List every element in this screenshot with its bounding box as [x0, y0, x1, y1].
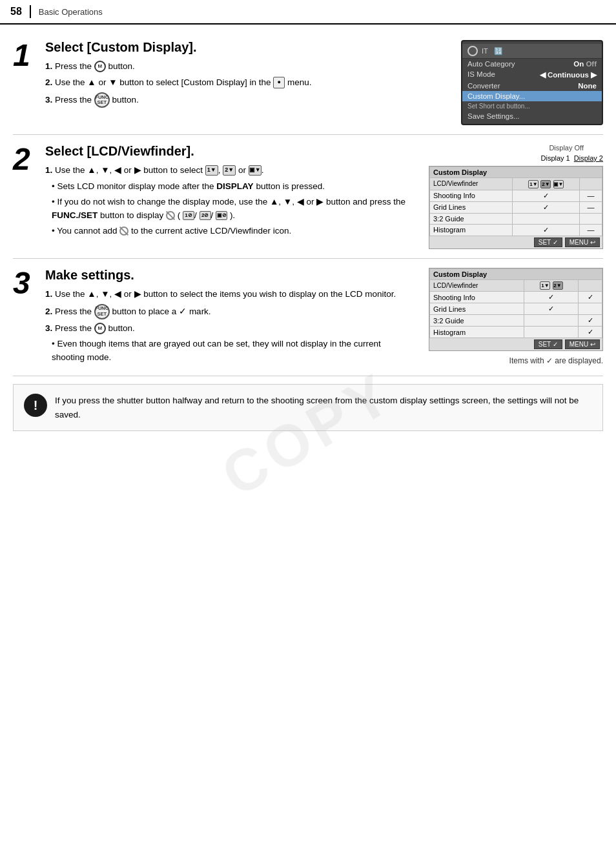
cam-row-autocategory: Auto Category On Off: [462, 59, 602, 69]
step-2-bullet-3: • You cannot add to the current active L…: [52, 225, 416, 238]
lcd-footer-2: SET ✓ MENU ↩: [429, 236, 602, 248]
lcd3-title: Custom Display: [430, 268, 602, 279]
main-content: 1 Select [Custom Display]. 1. Press the …: [0, 25, 616, 438]
arrow-right-2: [134, 165, 141, 175]
arrow-up-2: [87, 165, 96, 175]
arrow-down-icon: [108, 77, 117, 87]
cam-row-ismode: IS Mode ◀ Continuous ▶: [462, 69, 602, 81]
lcd-no-3: ▣⊘: [216, 211, 227, 220]
step-3-instructions: 1. Use the , , or button to select the i…: [45, 288, 416, 365]
display-tab-2: Display 2: [574, 154, 603, 162]
cam-menu-icons: IT 🔢: [482, 47, 503, 56]
step-3-title: Make settings.: [45, 268, 416, 283]
step-3-content: Make settings. 1. Use the , , or button …: [45, 268, 416, 367]
step-1-number: 1: [13, 40, 39, 71]
cam-row-setshortcut: Set Short cut button...: [462, 101, 602, 111]
note-text: If you press the shutter button halfway …: [55, 394, 592, 421]
step-3-right: Custom Display LCD/Viewfinder 1▼ 2▼: [422, 268, 603, 366]
lcd-no-1: 1⊘: [183, 211, 194, 220]
lcd-table-3: Custom Display LCD/Viewfinder 1▼ 2▼: [429, 268, 602, 339]
step-1-instr-2: 2. Use the or button to select [Custom D…: [45, 76, 409, 90]
arrow-left-2: [114, 165, 121, 175]
no-icon-2: [119, 227, 128, 236]
lcd-row-grid: Grid Lines ✓ —: [430, 201, 602, 213]
lcd3-icons: 1▼ 2▼: [524, 279, 579, 292]
page-number: 58: [10, 6, 22, 17]
arrow-up-3: [270, 197, 278, 207]
step-2-bullet-2: • If you do not wish to change the displ…: [52, 196, 416, 223]
step-2-content: Select [LCD/Viewfinder]. 1. Use the , , …: [45, 144, 416, 240]
set-button-2[interactable]: SET ✓: [534, 237, 562, 247]
step-3-bullet-1: • Even though items that are grayed out …: [52, 338, 416, 365]
display-tabs-row: Display 1 Display 2: [541, 154, 604, 162]
header-title: Basic Operations: [39, 7, 103, 17]
no-icon: [166, 211, 175, 220]
dot-box-icon: ●: [273, 77, 285, 88]
step-2-title: Select [LCD/Viewfinder].: [45, 144, 416, 159]
arrow-up-icon: [87, 77, 96, 87]
lcd3-row-guide: 3:2 Guide ✓: [430, 315, 602, 327]
step-1-right: IT 🔢 Auto Category On Off IS Mode ◀ Cont…: [416, 40, 603, 125]
arrow-left-3: [297, 197, 304, 207]
step-1-instr-3: 3. Press the FUNCSET button.: [45, 92, 409, 108]
step-1-title: Select [Custom Display].: [45, 40, 409, 55]
page-header: 58 Basic Operations: [0, 0, 616, 25]
menu-button-icon-1: M: [94, 61, 106, 72]
step-3-number: 3: [13, 268, 39, 299]
lcd-table-title: Custom Display: [430, 167, 602, 178]
step-1-instructions: 1. Press the M button. 2. Use the or but…: [45, 60, 409, 108]
step-1-instr-1: 1. Press the M button.: [45, 60, 409, 74]
arrow-left-4: [114, 289, 121, 299]
menu-button-2[interactable]: MENU ↩: [565, 237, 600, 247]
header-divider: [30, 5, 31, 18]
funset-icon-1: FUNCSET: [94, 92, 110, 108]
lcd-table-2: Custom Display LCD/Viewfinder 1▼ 2▼ ▣▼: [429, 167, 602, 236]
step-1-block: 1 Select [Custom Display]. 1. Press the …: [13, 31, 603, 135]
step-1-content: Select [Custom Display]. 1. Press the M …: [45, 40, 409, 110]
camera-menu-top: IT 🔢: [462, 44, 602, 59]
lcd-icon-3: ▣▼: [249, 165, 262, 176]
set-button-3[interactable]: SET ✓: [534, 339, 562, 349]
lcd-row-shooting: Shooting Info ✓ —: [430, 190, 602, 201]
step-2-right: Display Off Display 1 Display 2 Custom D…: [422, 144, 603, 249]
display-off-label: Display Off: [549, 144, 584, 152]
arrow-down-4: [101, 289, 109, 299]
arrow-down-3: [283, 197, 292, 207]
cam-row-customdisplay: Custom Display...: [462, 91, 602, 101]
step-2-number: 2: [13, 144, 39, 175]
lcd-icon-2: 2▼: [223, 165, 236, 176]
step-2-block: 2 Select [LCD/Viewfinder]. 1. Use the , …: [13, 135, 603, 259]
step-3-block: 3 Make settings. 1. Use the , , or butto…: [13, 259, 603, 377]
step-3-instr-1: 1. Use the , , or button to select the i…: [45, 288, 416, 301]
cam-row-savesettings: Save Settings...: [462, 111, 602, 121]
step-3-instr-3: 3. Press the M button.: [45, 322, 416, 336]
funset-icon-3: FUNCSET: [94, 304, 110, 319]
lcd-viewfinder-label: LCD/Viewfinder: [430, 178, 513, 190]
lcd3-row-shooting: Shooting Info ✓ ✓: [430, 292, 602, 303]
camera-menu-panel: IT 🔢 Auto Category On Off IS Mode ◀ Cont…: [461, 40, 603, 125]
lcd-icon-1: 1▼: [205, 165, 218, 176]
menu-button-3[interactable]: MENU ↩: [565, 339, 600, 349]
lcd-row-histogram: Histogram ✓ —: [430, 224, 602, 236]
arrow-up-4: [87, 289, 96, 299]
arrow-down-2: [101, 165, 109, 175]
lcd-footer-3: SET ✓ MENU ↩: [429, 338, 602, 350]
display-tab-1: Display 1: [541, 154, 570, 162]
cam-icon: [467, 46, 478, 56]
lcd3-row-histogram: Histogram ✓: [430, 327, 602, 338]
lcd-panel-3: Custom Display LCD/Viewfinder 1▼ 2▼: [429, 268, 603, 352]
cam-row-converter: Converter None: [462, 81, 602, 91]
step-3-instr-2: 2. Press the FUNCSET button to place a ✓…: [45, 304, 416, 319]
note-block: ! If you press the shutter button halfwa…: [13, 384, 603, 431]
lcd-panel-2: Custom Display LCD/Viewfinder 1▼ 2▼ ▣▼: [429, 166, 603, 249]
arrow-right-4: [134, 289, 141, 299]
arrow-right-3: [316, 197, 323, 207]
step-2-instructions: 1. Use the , , or button to select 1▼, 2…: [45, 164, 416, 238]
lcd-row-guide: 3:2 Guide: [430, 213, 602, 224]
menu-button-icon-3: M: [94, 323, 106, 334]
lcd3-viewfinder: LCD/Viewfinder: [430, 279, 524, 292]
lcd-no-2: 2⊘: [200, 211, 211, 220]
note-icon: !: [24, 394, 47, 417]
step-2-instr-1: 1. Use the , , or button to select 1▼, 2…: [45, 164, 416, 177]
lcd-icon-col1: 1▼ 2▼ ▣▼: [513, 178, 580, 190]
